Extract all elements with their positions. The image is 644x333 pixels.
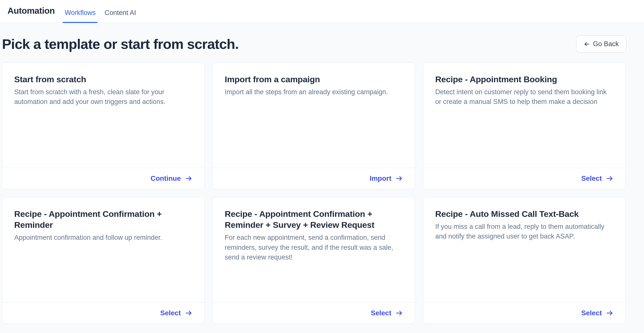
card-footer: Import [213,168,415,189]
tab-workflows[interactable]: Workflows [64,9,96,23]
page-title: Pick a template or start from scratch. [2,36,239,52]
arrow-right-icon [185,175,192,182]
go-back-label: Go Back [593,40,619,48]
card-footer: Select [423,168,625,189]
arrow-right-icon [395,309,403,317]
card-body: Recipe - Appointment Confirmation + Remi… [2,197,204,302]
card-recipe-appointment-confirmation-survey-review: Recipe - Appointment Confirmation + Remi… [212,197,415,324]
card-action-label: Select [582,309,602,317]
arrow-right-icon [606,175,613,182]
arrow-left-icon [584,41,590,47]
card-desc: Detect intent on customer reply to send … [435,87,610,107]
card-recipe-auto-missed-call-text-back: Recipe - Auto Missed Call Text-Back If y… [423,197,626,324]
card-action-label: Select [582,174,602,182]
card-title: Start from scratch [14,74,192,85]
card-desc: Import all the steps from an already exi… [225,87,399,97]
card-footer: Select [423,302,625,324]
card-action-label: Continue [151,174,181,182]
tab-content-ai[interactable]: Content AI [104,9,136,23]
card-body: Import from a campaign Import all the st… [213,63,415,168]
card-action-label: Select [160,309,181,317]
tabs: Workflows Content AI [64,9,136,23]
select-button[interactable]: Select [160,309,192,317]
card-desc: Appointment confirmation and follow up r… [14,233,189,243]
select-button[interactable]: Select [582,174,614,182]
card-title: Recipe - Auto Missed Call Text-Back [435,208,613,219]
template-grid: Start from scratch Start from scratch wi… [0,62,628,324]
card-body: Recipe - Auto Missed Call Text-Back If y… [423,197,625,302]
card-body: Start from scratch Start from scratch wi… [2,63,204,168]
card-body: Recipe - Appointment Confirmation + Remi… [213,197,415,302]
go-back-button[interactable]: Go Back [576,35,626,53]
hero-row: Pick a template or start from scratch. G… [0,23,628,62]
card-title: Recipe - Appointment Confirmation + Remi… [225,208,403,230]
arrow-right-icon [395,175,403,182]
card-import-from-campaign: Import from a campaign Import all the st… [212,62,415,189]
card-desc: For each new appointment, send a confirm… [225,233,399,262]
card-title: Recipe - Appointment Booking [435,74,613,85]
card-desc: If you miss a call from a lead, reply to… [435,222,610,241]
import-button[interactable]: Import [370,174,403,182]
select-button[interactable]: Select [371,309,403,317]
card-start-from-scratch: Start from scratch Start from scratch wi… [2,62,204,189]
card-recipe-appointment-booking: Recipe - Appointment Booking Detect inte… [423,62,626,189]
card-action-label: Select [371,309,392,317]
card-title: Recipe - Appointment Confirmation + Remi… [14,208,192,230]
app-title: Automation [8,6,54,23]
card-recipe-appointment-confirmation-reminder: Recipe - Appointment Confirmation + Remi… [2,197,204,324]
arrow-right-icon [606,309,613,317]
card-body: Recipe - Appointment Booking Detect inte… [423,63,625,168]
card-title: Import from a campaign [225,74,403,85]
card-footer: Select [213,302,415,324]
card-action-label: Import [370,174,391,182]
continue-button[interactable]: Continue [151,174,192,182]
select-button[interactable]: Select [582,309,614,317]
card-footer: Continue [2,168,204,189]
card-footer: Select [2,302,204,324]
topbar: Automation Workflows Content AI [0,0,644,23]
card-desc: Start from scratch with a fresh, clean s… [14,87,189,107]
arrow-right-icon [185,309,192,317]
